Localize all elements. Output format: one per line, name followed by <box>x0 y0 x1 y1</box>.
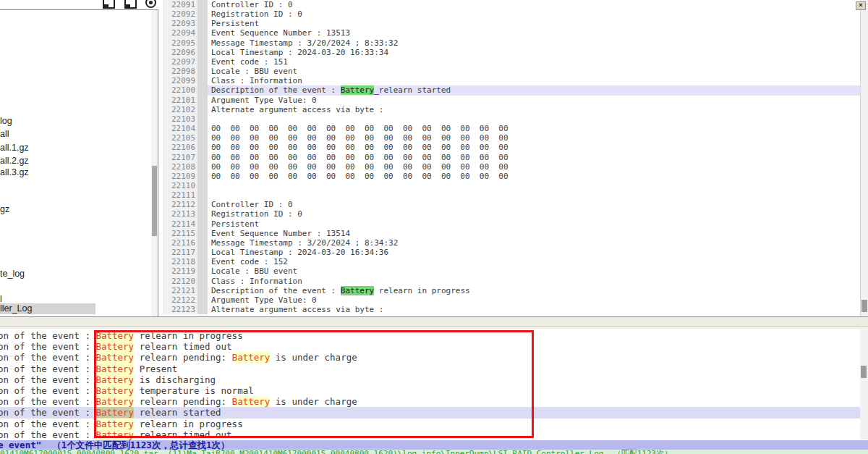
editor-line[interactable]: 22114Persistent <box>163 219 860 229</box>
results-close-button[interactable]: × <box>856 1 866 10</box>
editor-line[interactable]: 22101Argument Type Value: 0 <box>163 96 860 105</box>
result-row[interactable]: on of the event : Battery temperature is… <box>0 385 860 396</box>
result-row[interactable]: on of the event : Battery relearn starte… <box>0 407 860 418</box>
editor-line[interactable]: 22110 <box>163 181 860 190</box>
result-row[interactable]: on of the event : Battery relearn in pro… <box>0 330 860 341</box>
editor-line[interactable]: 22117Local Timestamp : 2024-03-20 16:34:… <box>163 248 860 257</box>
sidebar-item[interactable]: all.1.gz <box>0 143 32 154</box>
result-row[interactable]: on of the event : Battery Present <box>0 363 860 374</box>
text-segment: Local Timestamp : 2024-03-20 16:33:34 <box>211 48 388 57</box>
editor-line[interactable]: 22113Registration ID : 0 <box>163 209 860 219</box>
results-scrollbar-thumb[interactable] <box>861 366 867 378</box>
editor-line[interactable]: 22098Locale : BBU event <box>163 67 860 76</box>
editor-text: 00 00 00 00 00 00 00 00 00 00 00 00 00 0… <box>208 162 860 172</box>
editor-line[interactable]: 22096Local Timestamp : 2024-03-20 16:33:… <box>163 48 860 57</box>
line-number: 22094 <box>163 28 197 38</box>
editor-text: Alternate argument access via byte : <box>208 105 860 114</box>
search-match-highlight: Battery <box>341 286 374 295</box>
result-prefix: on of the event : <box>0 363 95 374</box>
editor-line[interactable]: 22099Class : Information <box>163 76 860 85</box>
sidebar-item[interactable]: gz <box>0 204 12 215</box>
caret-mark: _ <box>374 85 379 95</box>
line-number: 22109 <box>163 172 197 181</box>
result-row[interactable]: on of the event : Battery relearn timed … <box>0 429 860 440</box>
battery-match: Battery <box>95 429 134 440</box>
line-number: 22105 <box>163 133 197 143</box>
result-row[interactable]: on of the event : Battery relearn in pro… <box>0 419 860 429</box>
result-row[interactable]: on of the event : Battery relearn timed … <box>0 341 860 352</box>
editor-line[interactable]: 22111 <box>163 190 860 200</box>
copy-window-icon[interactable] <box>124 0 137 9</box>
line-number: 22100 <box>163 85 197 95</box>
fold-margin <box>197 76 208 85</box>
result-text: relearn in progress <box>134 419 243 429</box>
editor-line[interactable]: 2210900 00 00 00 00 00 00 00 00 00 00 00… <box>163 172 860 181</box>
fold-margin <box>197 19 208 28</box>
editor-text: 00 00 00 00 00 00 00 00 00 00 00 00 00 0… <box>208 143 860 152</box>
results-scrollbar[interactable] <box>860 329 868 440</box>
search-results-panel[interactable]: on of the event : Battery relearn in pro… <box>0 329 868 454</box>
editor-line[interactable]: 22102Alternate argument access via byte … <box>163 105 860 114</box>
pane-splitter[interactable] <box>0 316 868 329</box>
editor-line[interactable]: 22103 <box>163 114 860 124</box>
line-number: 22114 <box>163 219 197 229</box>
editor-line[interactable]: 22118Event code : 152 <box>163 257 860 266</box>
editor-line[interactable]: 22121Description of the event : Battery … <box>163 286 860 295</box>
editor-line[interactable]: 2210400 00 00 00 00 00 00 00 00 00 00 00… <box>163 124 860 133</box>
fold-margin <box>197 286 208 295</box>
fold-margin <box>197 172 208 181</box>
editor[interactable]: 22091Controller ID : 022092Registration … <box>158 0 868 316</box>
sidebar-item[interactable]: te_log <box>0 269 27 279</box>
editor-line[interactable]: 22092Registration ID : 0 <box>163 9 860 19</box>
fold-margin <box>197 248 208 257</box>
result-prefix: on of the event : <box>0 330 95 341</box>
editor-scrollbar-thumb[interactable] <box>861 300 867 312</box>
editor-line[interactable]: 22122Argument Type Value: 0 <box>163 295 860 305</box>
sidebar-item[interactable]: all.2.gz <box>0 156 32 167</box>
sidebar-item[interactable]: all.3.gz <box>0 167 32 178</box>
sidebar-item[interactable]: log <box>0 116 15 127</box>
fold-margin <box>197 200 208 209</box>
editor-line[interactable]: 22097Event code : 151 <box>163 57 860 67</box>
sidebar-scrollbar-thumb[interactable] <box>152 166 157 236</box>
text-segment: Event Sequence Number : 13514 <box>211 229 350 238</box>
editor-line[interactable]: 22094Event Sequence Number : 13513 <box>163 28 860 38</box>
editor-line[interactable]: 22123Alternate argument access via byte … <box>163 305 860 314</box>
sidebar-file-list[interactable]: logallall.1.gzall.2.gzall.3.gzgzte_logll… <box>0 9 158 316</box>
editor-scrollbar[interactable] <box>860 0 868 316</box>
fold-margin <box>197 28 208 38</box>
fold-margin <box>197 85 208 95</box>
sidebar-scrollbar[interactable] <box>151 10 158 316</box>
result-row[interactable]: on of the event : Battery relearn pendin… <box>0 396 860 407</box>
result-prefix: on of the event : <box>0 374 95 385</box>
editor-text: Description of the event : Battery relea… <box>208 286 860 295</box>
editor-line[interactable]: 2210500 00 00 00 00 00 00 00 00 00 00 00… <box>163 133 860 143</box>
text-segment: relearn in progress <box>374 286 469 295</box>
result-text: relearn timed out <box>134 429 231 440</box>
sidebar-item[interactable]: all <box>0 129 12 140</box>
line-number: 22091 <box>163 0 197 9</box>
editor-line[interactable]: 22116Message Timestamp : 3/20/2024 ; 8:3… <box>163 238 860 248</box>
editor-text: 00 00 00 00 00 00 00 00 00 00 00 00 00 0… <box>208 172 860 181</box>
editor-line[interactable]: 2210600 00 00 00 00 00 00 00 00 00 00 00… <box>163 143 860 152</box>
editor-line[interactable]: 22115Event Sequence Number : 13514 <box>163 229 860 238</box>
line-number: 22102 <box>163 105 197 114</box>
editor-line[interactable]: 22120Class : Information <box>163 277 860 286</box>
editor-line[interactable]: 2210700 00 00 00 00 00 00 00 00 00 00 00… <box>163 153 860 162</box>
editor-line[interactable]: 22091Controller ID : 0 <box>163 0 860 9</box>
editor-text: Local Timestamp : 2024-03-20 16:34:36 <box>208 248 860 257</box>
fold-margin <box>197 124 208 133</box>
result-row[interactable]: on of the event : Battery is discharging <box>0 374 860 385</box>
sidebar-item[interactable]: ller_Log <box>0 303 95 314</box>
editor-text: Argument Type Value: 0 <box>208 295 860 305</box>
editor-text: Description of the event : Battery_relea… <box>208 85 860 95</box>
editor-line[interactable]: 22093Persistent <box>163 19 860 28</box>
editor-line[interactable]: 22112Controller ID : 0 <box>163 200 860 209</box>
editor-line[interactable]: 2210800 00 00 00 00 00 00 00 00 00 00 00… <box>163 162 860 172</box>
crosshair-icon[interactable] <box>145 0 156 8</box>
result-row[interactable]: on of the event : Battery relearn pendin… <box>0 352 860 363</box>
copy-window-icon[interactable] <box>103 0 115 9</box>
editor-line[interactable]: 22095Message Timestamp : 3/20/2024 ; 8:3… <box>163 38 860 48</box>
editor-line[interactable]: 22119Locale : BBU event <box>163 266 860 276</box>
editor-line[interactable]: 22100Description of the event : Battery_… <box>163 85 860 95</box>
